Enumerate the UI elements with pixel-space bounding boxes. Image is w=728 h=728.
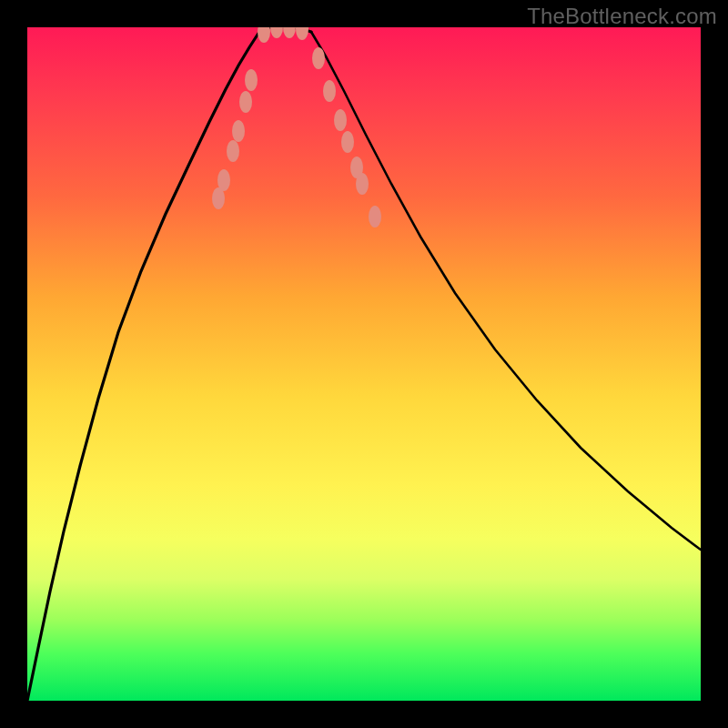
data-point-group <box>212 27 381 228</box>
data-point <box>296 27 308 40</box>
data-point <box>217 169 230 191</box>
data-point <box>341 131 354 153</box>
left-curve-path <box>27 32 259 701</box>
data-point <box>270 27 283 38</box>
data-point <box>323 80 336 102</box>
data-point <box>312 47 325 69</box>
right-curve-path <box>311 32 701 550</box>
data-point <box>258 27 270 43</box>
data-point <box>334 109 347 131</box>
chart-frame: TheBottleneck.com <box>0 0 728 728</box>
data-point <box>232 120 245 142</box>
data-point <box>283 27 296 38</box>
data-point <box>245 69 258 91</box>
watermark-text: TheBottleneck.com <box>527 4 717 29</box>
data-point <box>369 206 381 228</box>
curve-svg <box>27 27 701 701</box>
plot-area <box>27 27 701 701</box>
data-point <box>356 173 369 195</box>
data-point <box>227 140 239 162</box>
data-point <box>239 91 252 113</box>
